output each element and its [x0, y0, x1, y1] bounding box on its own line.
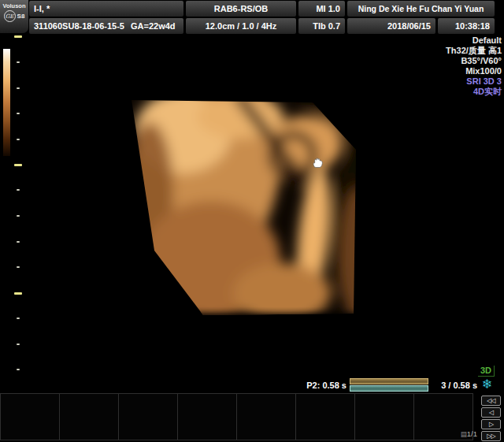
- clipboard-jump-first-button[interactable]: ◁◁: [481, 396, 501, 406]
- pages-icon: ▤: [461, 430, 467, 438]
- mouse-cursor-hand-icon: [312, 158, 324, 169]
- clip-slot[interactable]: [354, 393, 414, 440]
- page-number: 1/1: [467, 429, 477, 438]
- ultrasound-screen: Voluson GE S8 I-I, * RAB6-RS/OB MI 1.0 N…: [0, 0, 504, 442]
- clip-slot[interactable]: [0, 393, 60, 440]
- cine-clip-label: P2: 0.58 s: [290, 379, 346, 392]
- cine-progress-bar-top: [350, 378, 428, 384]
- clipboard-step-forward-button[interactable]: ▷: [481, 419, 501, 429]
- clipboard-jump-last-button[interactable]: ▷▷: [481, 431, 501, 441]
- clip-slot[interactable]: [295, 393, 355, 440]
- clipboard-filmstrip: [0, 393, 504, 442]
- freeze-snowflake-icon[interactable]: ❄: [482, 377, 492, 392]
- clip-slot[interactable]: [59, 393, 119, 440]
- cine-progress-bars[interactable]: [350, 378, 428, 392]
- 3d-mode-badge: 3D: [478, 366, 495, 377]
- cine-progress-bar-bottom: [350, 385, 428, 392]
- clip-slot[interactable]: [118, 393, 178, 440]
- clip-slot[interactable]: [177, 393, 237, 440]
- clip-slot[interactable]: [236, 393, 296, 440]
- ultrasound-3d-render[interactable]: [0, 0, 504, 442]
- clipboard-step-back-button[interactable]: ◁: [481, 407, 501, 418]
- cine-frame-counter: 3 / 0.58 s: [428, 379, 477, 392]
- clipboard-page-indicator: ▤1/1: [447, 429, 477, 439]
